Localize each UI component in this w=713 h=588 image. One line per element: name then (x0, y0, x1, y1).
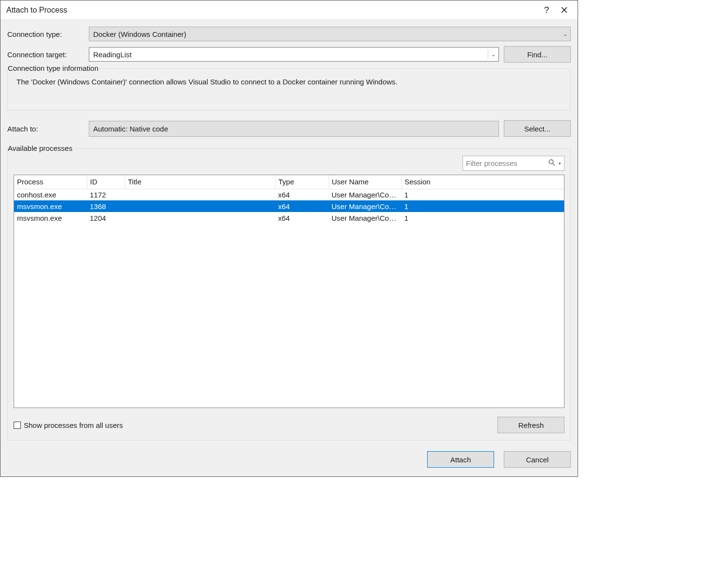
col-id[interactable]: ID (87, 175, 125, 189)
available-processes-group: Available processes Filter processes ▾ P… (7, 148, 571, 441)
filter-processes-input[interactable]: Filter processes ▾ (463, 156, 564, 171)
cell-type: x64 (275, 200, 329, 212)
table-header-row[interactable]: Process ID Title Type User Name Session (14, 175, 564, 189)
cell-user: User Manager\Contai... (329, 200, 401, 212)
cell-title (125, 212, 275, 224)
checkbox-box (14, 422, 21, 429)
cell-id: 1204 (87, 212, 125, 224)
close-icon (561, 7, 567, 13)
cell-process: msvsmon.exe (14, 212, 87, 224)
help-button[interactable]: ? (538, 1, 555, 19)
connection-type-label: Connection type: (7, 30, 89, 38)
cell-id: 1172 (87, 189, 125, 200)
cell-user: User Manager\Contai... (329, 189, 401, 200)
cell-type: x64 (275, 212, 329, 224)
cell-title (125, 200, 275, 212)
refresh-button[interactable]: Refresh (497, 417, 564, 433)
find-button[interactable]: Find... (504, 46, 571, 63)
attach-to-text: Automatic: Native code (93, 125, 168, 133)
filter-dropdown-icon[interactable]: ▾ (559, 161, 561, 166)
col-type[interactable]: Type (275, 175, 329, 189)
connection-info-desc: The 'Docker (Windows Container)' connect… (14, 78, 564, 86)
cell-title (125, 189, 275, 200)
cell-type: x64 (275, 189, 329, 200)
titlebar: Attach to Process ? (0, 0, 578, 20)
connection-type-value: Docker (Windows Container) (93, 30, 186, 38)
show-all-users-label: Show processes from all users (24, 421, 123, 429)
process-table[interactable]: Process ID Title Type User Name Session … (14, 175, 564, 408)
cell-id: 1368 (87, 200, 125, 212)
svg-point-2 (549, 160, 553, 164)
col-session[interactable]: Session (401, 175, 564, 189)
cell-session: 1 (401, 200, 564, 212)
cancel-button[interactable]: Cancel (504, 451, 571, 468)
table-row[interactable]: msvsmon.exe1204x64User Manager\Contai...… (14, 212, 564, 224)
col-title[interactable]: Title (125, 175, 275, 189)
dialog-title: Attach to Process (6, 6, 538, 15)
cell-session: 1 (401, 212, 564, 224)
attach-button[interactable]: Attach (427, 451, 494, 468)
col-process[interactable]: Process (14, 175, 87, 189)
available-processes-label: Available processes (8, 144, 74, 152)
connection-info-group: Connection type information The 'Docker … (7, 68, 571, 111)
svg-line-3 (553, 163, 555, 165)
close-button[interactable] (555, 1, 573, 19)
cell-process: conhost.exe (14, 189, 87, 200)
select-button[interactable]: Select... (504, 120, 571, 137)
connection-info-header: Connection type information (8, 64, 100, 72)
chevron-down-icon: ⌄ (563, 31, 567, 37)
connection-type-combo[interactable]: Docker (Windows Container) ⌄ (89, 27, 571, 41)
cell-user: User Manager\Contai... (329, 212, 401, 224)
connection-target-label: Connection target: (7, 50, 89, 59)
show-all-users-checkbox[interactable]: Show processes from all users (14, 421, 123, 429)
table-row[interactable]: msvsmon.exe1368x64User Manager\Contai...… (14, 200, 564, 212)
filter-placeholder: Filter processes (466, 159, 548, 167)
search-icon (548, 159, 556, 168)
attach-to-label: Attach to: (7, 125, 89, 133)
connection-target-value: ReadingList (93, 50, 132, 59)
attach-to-value: Automatic: Native code (89, 121, 499, 137)
table-row[interactable]: conhost.exe1172x64User Manager\Contai...… (14, 189, 564, 200)
col-user[interactable]: User Name (329, 175, 401, 189)
dialog-content: Connection type: Docker (Windows Contain… (0, 20, 578, 476)
cell-process: msvsmon.exe (14, 200, 87, 212)
chevron-down-icon: ⌄ (488, 49, 496, 59)
connection-target-combo[interactable]: ReadingList ⌄ (89, 47, 499, 62)
cell-session: 1 (401, 189, 564, 200)
